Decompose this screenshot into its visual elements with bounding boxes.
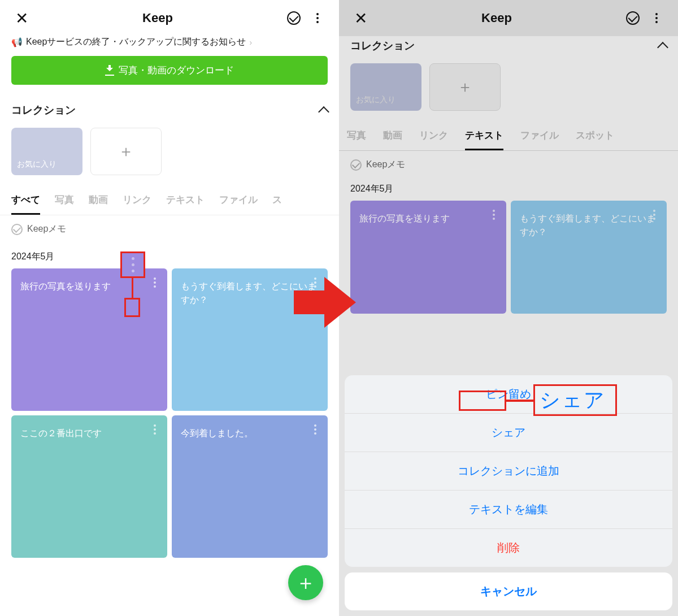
screenshot-after: ✕ Keep コレクション お気に入り ＋ 写真 動画 リンク テキスト ファイ… bbox=[339, 0, 678, 616]
favorites-tile[interactable]: お気に入り bbox=[11, 128, 82, 175]
memo-check-icon bbox=[11, 224, 23, 235]
card-menu-button[interactable] bbox=[487, 206, 501, 223]
plus-icon: ＋ bbox=[118, 141, 134, 162]
chevron-right-icon: › bbox=[249, 38, 252, 47]
card-text: ここの２番出口です bbox=[20, 428, 102, 438]
collection-section-header[interactable]: コレクション bbox=[339, 36, 678, 60]
collection-row: お気に入り ＋ bbox=[0, 124, 339, 186]
tab-photo[interactable]: 写真 bbox=[347, 122, 366, 150]
tab-spot[interactable]: ス bbox=[272, 186, 282, 215]
card-grid: 旅行の写真を送ります もうすぐ到着します、どこにいますか？ bbox=[339, 201, 678, 314]
header: ✕ Keep bbox=[0, 0, 339, 36]
download-button[interactable]: 写真・動画のダウンロード bbox=[11, 56, 328, 85]
annotation-highlight bbox=[459, 391, 506, 411]
megaphone-icon: 📢 bbox=[11, 37, 23, 47]
annotation-connector bbox=[506, 400, 533, 402]
close-button[interactable]: ✕ bbox=[11, 8, 32, 28]
sheet-cancel[interactable]: キャンセル bbox=[345, 572, 672, 610]
card-menu-button[interactable] bbox=[308, 421, 322, 438]
collection-title: コレクション bbox=[350, 38, 415, 53]
plus-icon: ＋ bbox=[295, 569, 316, 597]
date-heading: 2024年5月 bbox=[0, 235, 339, 268]
keep-memo-filter[interactable]: Keepメモ bbox=[339, 151, 678, 171]
card-text: 今到着しました。 bbox=[181, 428, 253, 438]
tab-all[interactable]: すべて bbox=[11, 186, 40, 215]
card-text: もうすぐ到着します、どこにいますか？ bbox=[520, 214, 655, 237]
more-menu-button[interactable] bbox=[646, 8, 667, 28]
add-fab[interactable]: ＋ bbox=[288, 565, 323, 600]
card-menu-button[interactable] bbox=[148, 274, 162, 291]
check-circle-icon bbox=[626, 11, 640, 25]
sheet-pin[interactable]: ピン留め bbox=[345, 375, 672, 414]
plus-icon: ＋ bbox=[457, 76, 473, 98]
app-title: Keep bbox=[142, 11, 173, 25]
download-icon bbox=[106, 65, 114, 73]
collection-row: お気に入り ＋ bbox=[339, 60, 678, 122]
annotation-highlight bbox=[533, 384, 617, 416]
notice-banner[interactable]: 📢 Keepサービスの終了・バックアップに関するお知らせ › bbox=[0, 36, 339, 50]
app-title: Keep bbox=[481, 11, 512, 25]
select-button[interactable] bbox=[623, 8, 643, 28]
favorites-label: お気に入り bbox=[17, 159, 56, 170]
memo-card[interactable]: 旅行の写真を送ります bbox=[11, 268, 167, 411]
annotation-highlight bbox=[120, 251, 145, 278]
more-menu-button[interactable] bbox=[307, 8, 328, 28]
card-text: 旅行の写真を送ります bbox=[359, 214, 450, 223]
action-sheet: ピン留め シェア コレクションに追加 テキストを編集 削除 キャンセル bbox=[345, 375, 672, 610]
filter-tabs: 写真 動画 リンク テキスト ファイル スポット bbox=[339, 122, 678, 151]
card-text: 旅行の写真を送ります bbox=[20, 281, 111, 291]
memo-card[interactable]: 旅行の写真を送ります bbox=[350, 201, 506, 314]
annotation-connector bbox=[132, 278, 133, 299]
tab-link[interactable]: リンク bbox=[123, 186, 151, 215]
annotation-highlight bbox=[124, 298, 140, 317]
select-button[interactable] bbox=[284, 8, 304, 28]
close-icon: ✕ bbox=[15, 9, 28, 28]
vertical-dots-icon bbox=[316, 13, 319, 23]
memo-check-icon bbox=[350, 159, 362, 171]
keep-memo-label: Keepメモ bbox=[366, 159, 405, 171]
transition-arrow bbox=[294, 277, 356, 328]
sheet-edit-text[interactable]: テキストを編集 bbox=[345, 491, 672, 529]
sheet-add-collection[interactable]: コレクションに追加 bbox=[345, 452, 672, 491]
keep-memo-label: Keepメモ bbox=[27, 223, 66, 235]
favorites-label: お気に入り bbox=[356, 95, 395, 105]
tab-text[interactable]: テキスト bbox=[465, 122, 503, 150]
memo-card[interactable]: ここの２番出口です bbox=[11, 415, 167, 558]
chevron-up-icon bbox=[318, 106, 329, 118]
tab-text[interactable]: テキスト bbox=[166, 186, 205, 215]
keep-memo-filter[interactable]: Keepメモ bbox=[0, 215, 339, 235]
download-button-label: 写真・動画のダウンロード bbox=[119, 64, 234, 77]
tab-video[interactable]: 動画 bbox=[89, 186, 108, 215]
sheet-delete[interactable]: 削除 bbox=[345, 529, 672, 567]
vertical-dots-icon bbox=[655, 13, 658, 23]
add-collection-tile[interactable]: ＋ bbox=[90, 128, 162, 175]
tab-spot[interactable]: スポット bbox=[576, 122, 614, 150]
date-heading: 2024年5月 bbox=[339, 171, 678, 201]
memo-card[interactable]: もうすぐ到着します、どこにいますか？ bbox=[511, 201, 667, 314]
collection-title: コレクション bbox=[11, 103, 76, 118]
check-circle-icon bbox=[287, 11, 301, 25]
add-collection-tile[interactable]: ＋ bbox=[429, 63, 501, 111]
sheet-share[interactable]: シェア bbox=[345, 414, 672, 452]
collection-section-header[interactable]: コレクション bbox=[0, 96, 339, 124]
card-menu-button[interactable] bbox=[647, 206, 661, 223]
close-icon: ✕ bbox=[354, 9, 367, 28]
screenshot-before: ✕ Keep 📢 Keepサービスの終了・バックアップに関するお知らせ › 写真… bbox=[0, 0, 339, 616]
card-menu-button[interactable] bbox=[148, 421, 162, 438]
header: ✕ Keep bbox=[339, 0, 678, 36]
close-button[interactable]: ✕ bbox=[350, 8, 371, 28]
card-grid: 旅行の写真を送ります もうすぐ到着します、どこにいますか？ ここの２番出口です … bbox=[0, 268, 339, 558]
filter-tabs: すべて 写真 動画 リンク テキスト ファイル ス bbox=[0, 186, 339, 215]
chevron-up-icon bbox=[657, 42, 668, 53]
tab-photo[interactable]: 写真 bbox=[55, 186, 74, 215]
tab-link[interactable]: リンク bbox=[419, 122, 448, 150]
tab-video[interactable]: 動画 bbox=[383, 122, 402, 150]
memo-card[interactable]: 今到着しました。 bbox=[172, 415, 328, 558]
tab-file[interactable]: ファイル bbox=[219, 186, 258, 215]
notice-text: Keepサービスの終了・バックアップに関するお知らせ bbox=[26, 36, 246, 48]
tab-file[interactable]: ファイル bbox=[520, 122, 559, 150]
favorites-tile[interactable]: お気に入り bbox=[350, 63, 421, 111]
